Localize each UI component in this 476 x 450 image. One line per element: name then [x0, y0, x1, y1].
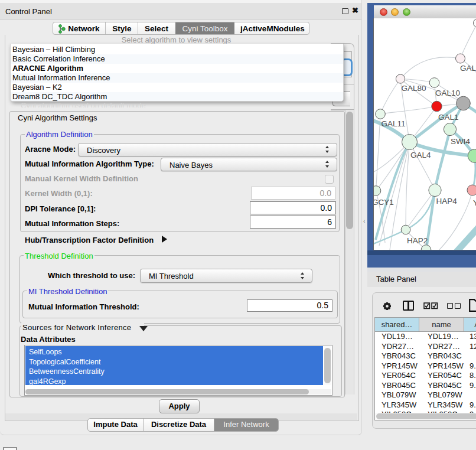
svg-text:GAL1: GAL1 — [438, 113, 459, 122]
svg-text:GCY1: GCY1 — [374, 198, 394, 207]
svg-text:Y: Y — [473, 198, 476, 207]
svg-text:GAL4: GAL4 — [410, 151, 431, 159]
svg-text:SWI4: SWI4 — [451, 137, 470, 146]
svg-text:GAL80: GAL80 — [402, 84, 426, 93]
svg-text:GAL10: GAL10 — [435, 89, 460, 97]
svg-text:GAL11: GAL11 — [382, 119, 406, 128]
svg-text:HAP2: HAP2 — [407, 236, 428, 245]
svg-text:HAP4: HAP4 — [436, 197, 458, 206]
svg-text:GAL7: GAL7 — [460, 64, 476, 73]
